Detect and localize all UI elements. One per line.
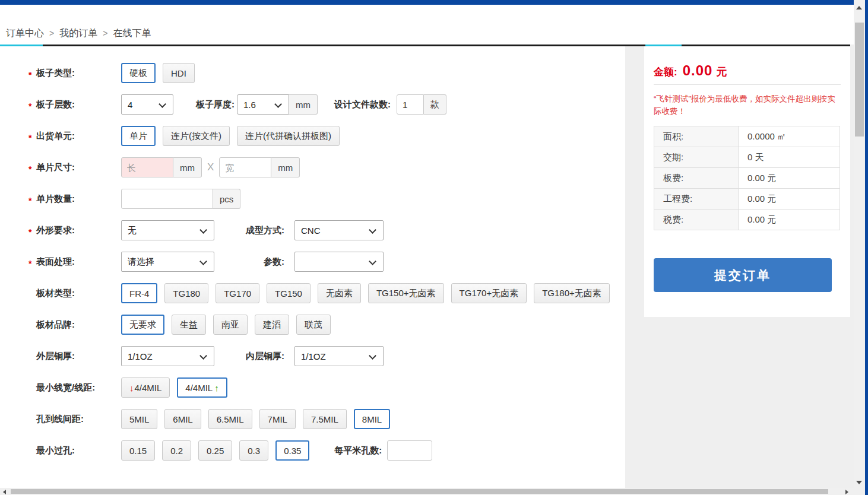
inner-copper-select[interactable]: 1/1OZ — [294, 346, 384, 366]
hole-clearance-option[interactable]: 6MIL — [164, 409, 201, 429]
design-files-input[interactable] — [397, 94, 424, 115]
design-files-label: 设计文件款数: — [334, 99, 391, 110]
material-option[interactable]: FR-4 — [121, 283, 157, 303]
required-marker: * — [28, 133, 33, 142]
ship-unit-option[interactable]: 连片(代拼确认拼板图) — [237, 126, 340, 146]
min-via-option[interactable]: 0.3 — [239, 440, 268, 461]
thickness-unit: mm — [289, 94, 318, 115]
parameter-select[interactable] — [294, 252, 384, 272]
row-hole-clearance: 孔到线间距: 5MIL6MIL6.5MIL7MIL7.5MIL8MIL — [28, 409, 625, 429]
outer-copper-select[interactable]: 1/1OZ — [121, 346, 214, 366]
inner-copper-label: 内层铜厚: — [229, 351, 284, 362]
horizontal-scrollbar-thumb[interactable] — [11, 489, 828, 494]
top-blue-bar — [0, 0, 854, 5]
outline-select[interactable]: 无 — [121, 220, 214, 240]
forming-method-label: 成型方式: — [229, 225, 284, 236]
row-surface: *表面处理: 请选择 参数: — [28, 252, 625, 272]
breadcrumb-separator: > — [103, 28, 107, 38]
board-type-option[interactable]: 硬板 — [121, 63, 156, 83]
vertical-scrollbar[interactable] — [854, 0, 865, 488]
board-type-option[interactable]: HDI — [163, 63, 195, 83]
brand-option[interactable]: 无要求 — [121, 315, 164, 335]
hole-clearance-option[interactable]: 7.5MIL — [303, 409, 347, 429]
ship-unit-option[interactable]: 连片(按文件) — [163, 126, 230, 146]
price-row-value: 0 天 — [739, 147, 840, 168]
amount-unit: 元 — [716, 66, 727, 78]
quantity-input[interactable] — [121, 189, 213, 209]
length-input[interactable] — [121, 157, 173, 177]
breadcrumb: 订单中心>我的订单>在线下单 — [6, 27, 151, 40]
material-option[interactable]: TG170+无卤素 — [451, 283, 527, 303]
required-marker: * — [28, 259, 33, 268]
up-arrow-icon: ↑ — [214, 383, 219, 393]
price-table-row: 面积: 0.0000 ㎡ — [654, 126, 840, 147]
amount-divider — [654, 84, 841, 85]
horizontal-scrollbar[interactable] — [0, 488, 854, 495]
submit-order-button[interactable]: 提交订单 — [654, 258, 832, 292]
design-files-unit: 款 — [424, 94, 446, 115]
row-layers: *板子层数: 4 板子厚度: 1.6 mm 设计文件款数: 款 — [28, 94, 625, 115]
row-quantity: *单片数量: pcs — [28, 189, 625, 209]
row-ship-unit: *出货单元: 单片连片(按文件)连片(代拼确认拼板图) — [28, 126, 625, 146]
material-option[interactable]: TG180 — [164, 283, 208, 303]
material-option[interactable]: TG150+无卤素 — [368, 283, 444, 303]
ship-unit-option[interactable]: 单片 — [121, 126, 156, 146]
row-material: 板材类型: FR-4TG180TG170TG150无卤素TG150+无卤素TG1… — [28, 283, 625, 303]
width-input[interactable] — [219, 157, 271, 177]
layers-label: 板子层数: — [36, 99, 75, 109]
row-copper: 外层铜厚: 1/1OZ 内层铜厚: 1/1OZ — [28, 346, 625, 366]
ship-unit-options: 单片连片(按文件)连片(代拼确认拼板图) — [121, 126, 340, 146]
brand-label: 板材品牌: — [36, 319, 75, 329]
surface-select[interactable]: 请选择 — [121, 252, 214, 272]
hole-clearance-option[interactable]: 8MIL — [354, 409, 390, 429]
trace-width-option-above[interactable]: 4/4MIL↑ — [177, 377, 227, 398]
brand-option[interactable]: 生益 — [172, 315, 206, 335]
scroll-right-icon[interactable] — [845, 490, 848, 494]
scrollbar-corner — [854, 488, 865, 495]
hole-clearance-option[interactable]: 5MIL — [121, 409, 157, 429]
row-outline: *外形要求: 无 成型方式: CNC — [28, 220, 625, 240]
material-option[interactable]: TG170 — [216, 283, 259, 303]
breadcrumb-item-order-center[interactable]: 订单中心 — [6, 28, 44, 38]
parameter-label: 参数: — [229, 256, 284, 268]
hole-clearance-option[interactable]: 7MIL — [259, 409, 296, 429]
material-label: 板材类型: — [36, 288, 75, 298]
amount-value: 0.00 — [683, 62, 713, 78]
price-row-label: 工程费: — [654, 189, 739, 210]
down-arrow-icon: ↓ — [129, 383, 134, 393]
scroll-down-icon[interactable] — [856, 481, 862, 484]
hole-clearance-option[interactable]: 6.5MIL — [208, 409, 252, 429]
material-option[interactable]: TG180+无卤素 — [534, 283, 610, 303]
required-marker: * — [28, 70, 33, 80]
ship-unit-label: 出货单元: — [36, 131, 75, 141]
min-via-option[interactable]: 0.2 — [162, 440, 191, 461]
amount-label: 金额: — [654, 66, 677, 78]
scroll-left-icon[interactable] — [3, 490, 6, 494]
min-via-option[interactable]: 0.15 — [121, 440, 155, 461]
order-form: *板子类型: 硬板HDI *板子层数: 4 板子厚度: 1.6 mm 设计文件款… — [0, 46, 625, 488]
brand-option[interactable]: 南亚 — [213, 315, 248, 335]
price-row-label: 交期: — [654, 147, 739, 168]
brand-option[interactable]: 联茂 — [296, 315, 331, 335]
material-option[interactable]: TG150 — [267, 283, 311, 303]
layers-select[interactable]: 4 — [121, 94, 173, 115]
brand-option[interactable]: 建滔 — [255, 315, 289, 335]
breadcrumb-item-online-order[interactable]: 在线下单 — [113, 28, 151, 38]
width-unit: mm — [271, 157, 300, 177]
outer-copper-label: 外层铜厚: — [36, 351, 75, 361]
required-marker: * — [28, 196, 33, 205]
material-option[interactable]: 无卤素 — [318, 283, 361, 303]
scroll-up-icon[interactable] — [856, 6, 862, 9]
size-label: 单片尺寸: — [36, 162, 75, 172]
vertical-scrollbar-thumb[interactable] — [855, 23, 864, 137]
min-via-option[interactable]: 0.25 — [198, 440, 232, 461]
holes-per-sqm-input[interactable] — [387, 440, 432, 461]
forming-method-select[interactable]: CNC — [294, 220, 384, 240]
trace-width-option-below[interactable]: ↓4/4MIL — [121, 377, 170, 398]
required-marker: * — [28, 227, 33, 237]
amount: 金额:0.00元 — [654, 62, 841, 79]
breadcrumb-item-my-orders[interactable]: 我的订单 — [59, 28, 97, 38]
row-brand: 板材品牌: 无要求生益南亚建滔联茂 — [28, 315, 625, 335]
thickness-select[interactable]: 1.6 — [237, 94, 289, 115]
min-via-option[interactable]: 0.35 — [275, 440, 309, 461]
